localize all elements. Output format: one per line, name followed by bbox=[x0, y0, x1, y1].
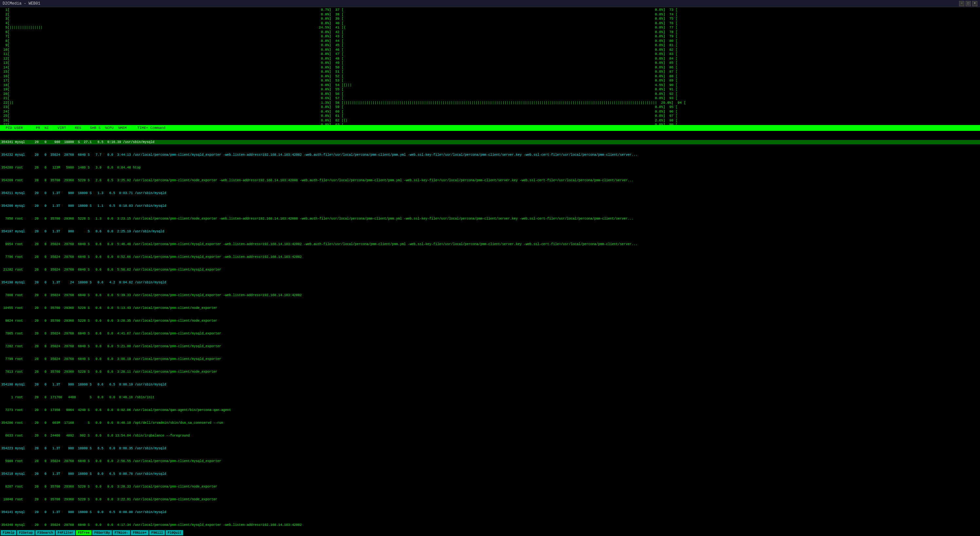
table-row[interactable]: 8207 root 20 0 35700 29360 5228 S 0.0 0.… bbox=[0, 485, 980, 489]
process-header: PID USER PR NI VIRT RES SHR S %CPU %MEM … bbox=[0, 125, 980, 131]
table-row[interactable]: 354209 root 20 0 35700 29360 5228 S 2.6 … bbox=[0, 178, 980, 183]
table-row[interactable]: 354232 mysql 20 0 35024 29768 6840 S 7.7… bbox=[0, 153, 980, 157]
cpu-section: 1[ 0.7%] 37 [ bbox=[0, 7, 980, 125]
title-bar: D2CMedia - WEB01 − □ × bbox=[0, 0, 980, 7]
cpu-display: 1[ 0.7%] 37 [ bbox=[1, 8, 980, 125]
table-row[interactable]: 7850 root 20 0 35700 29360 5228 S 1.3 0.… bbox=[0, 216, 980, 221]
f9-kill-button[interactable]: F9Kill bbox=[149, 530, 165, 535]
table-row[interactable]: 354197 mysql 20 0 1.3T 980 S 0.6 0.0 2:2… bbox=[0, 229, 980, 234]
table-row[interactable]: 7282 root 20 0 35024 29768 6840 S 0.0 0.… bbox=[0, 344, 980, 348]
f4-filter-button[interactable]: F4Filter bbox=[56, 530, 75, 535]
table-row[interactable]: 7808 root 20 0 35024 29768 6840 S 0.6 0.… bbox=[0, 293, 980, 297]
title-text: D2CMedia - WEB01 bbox=[3, 1, 40, 6]
table-row[interactable]: 354280 root 20 0 123M 5980 1480 S 3.9 0.… bbox=[0, 165, 980, 170]
table-row[interactable]: 21282 root 20 0 35024 29768 6840 S 0.6 0… bbox=[0, 268, 980, 272]
table-row[interactable]: 1 root 20 0 171760 4488 S 0.0 0.0 0:48.1… bbox=[0, 395, 980, 399]
f8-niceplus-button[interactable]: F8Nice+ bbox=[131, 530, 148, 535]
table-row[interactable]: 354286 root 20 0 603M 17168 S 0.0 0.0 0:… bbox=[0, 421, 980, 425]
f6-sortby-button[interactable]: F6SortBy bbox=[92, 530, 112, 535]
header-text: PID USER PR NI VIRT RES SHR S %CPU %MEM … bbox=[1, 126, 165, 130]
process-row-selected[interactable]: 354341 mysql 20 0 980 18800 S 27.1 6.5 0… bbox=[0, 140, 980, 144]
f1-help-button[interactable]: F1Help bbox=[1, 530, 16, 535]
title-bar-controls[interactable]: − □ × bbox=[959, 1, 977, 6]
table-row[interactable]: 7799 root 20 0 35024 29768 6840 S 0.0 0.… bbox=[0, 357, 980, 361]
maximize-button[interactable]: □ bbox=[966, 1, 971, 6]
table-row[interactable]: 5989 root 20 0 35024 29768 6840 S 0.0 0.… bbox=[0, 459, 980, 463]
table-row[interactable]: 354141 mysql 20 0 1.3T 980 18800 S 0.0 6… bbox=[0, 510, 980, 514]
table-row[interactable]: 354200 mysql 20 0 1.3T 980 18800 S 1.1 6… bbox=[0, 204, 980, 208]
table-row[interactable]: 354198 mysql 20 0 1.3T 24 18800 S 0.6 4.… bbox=[0, 280, 980, 285]
table-row[interactable]: 354211 mysql 20 0 1.3T 980 18800 S 1.3 6… bbox=[0, 191, 980, 196]
table-row[interactable]: 354210 mysql 20 0 1.3T 980 18800 S 0.0 6… bbox=[0, 472, 980, 476]
table-row[interactable]: 7796 root 20 0 35024 29768 6840 S 0.6 0.… bbox=[0, 255, 980, 259]
bottom-bar: F1Help F2Setup F3Search F4Filter F5Tree … bbox=[0, 530, 980, 536]
table-row[interactable]: 354223 mysql 20 0 1.3T 980 18800 S 6.5 0… bbox=[0, 446, 980, 450]
f10-quit-button[interactable]: F10Quit bbox=[165, 530, 183, 535]
f3-search-button[interactable]: F3Search bbox=[35, 530, 55, 535]
f2-setup-button[interactable]: F2Setup bbox=[17, 530, 35, 535]
table-row[interactable]: 7865 root 20 0 35024 29768 6840 S 0.6 0.… bbox=[0, 331, 980, 336]
table-row[interactable]: 9954 root 20 0 35024 29768 6840 S 0.6 0.… bbox=[0, 242, 980, 247]
table-row[interactable]: 354340 mysql 20 0 35024 29768 6840 S 0.0… bbox=[0, 523, 980, 527]
minimize-button[interactable]: − bbox=[959, 1, 964, 6]
table-row[interactable]: 9824 root 20 0 35700 29360 5228 S 0.6 0.… bbox=[0, 319, 980, 323]
table-row[interactable]: 6633 root 20 0 24400 4092 992 S 0.0 0.0 … bbox=[0, 434, 980, 438]
table-row[interactable]: 10455 root 20 0 35700 29360 5228 S 0.6 0… bbox=[0, 306, 980, 310]
title-bar-left: D2CMedia - WEB01 bbox=[3, 1, 40, 6]
table-row[interactable]: 354190 mysql 20 0 1.3T 980 18800 S 0.6 6… bbox=[0, 383, 980, 387]
table-row[interactable]: 10040 root 20 0 35700 29360 5228 S 0.0 0… bbox=[0, 497, 980, 502]
close-button[interactable]: × bbox=[972, 1, 977, 6]
f7-nice-button[interactable]: F7Nice- bbox=[113, 530, 130, 535]
f5-tree-button[interactable]: F5Tree bbox=[76, 530, 92, 535]
table-row[interactable]: 7813 root 20 0 35700 29360 5228 S 0.0 0.… bbox=[0, 370, 980, 374]
process-list[interactable]: 354341 mysql 20 0 980 18800 S 27.1 6.5 0… bbox=[0, 131, 980, 536]
main-content: 1[ 0.7%] 37 [ bbox=[0, 7, 980, 536]
table-row[interactable]: 7273 root 20 0 17356 9964 4240 S 0.6 0.0… bbox=[0, 408, 980, 412]
